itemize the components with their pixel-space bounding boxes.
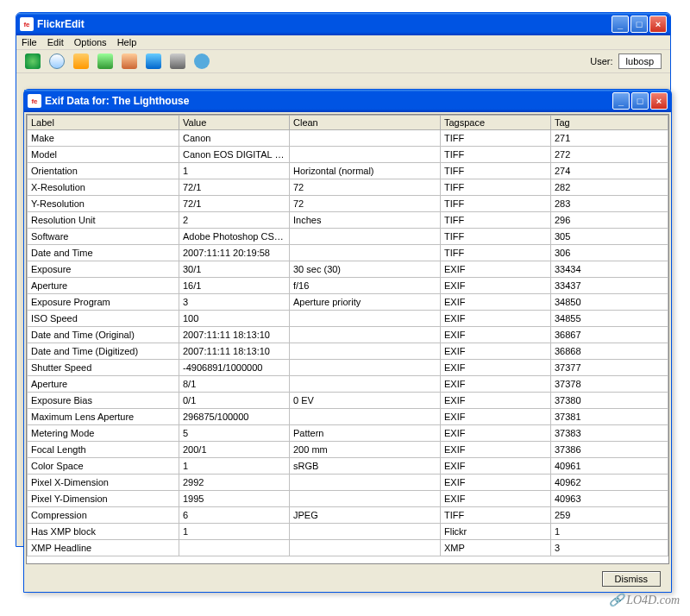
table-row[interactable]: XMP HeadlineXMP3 xyxy=(28,540,668,556)
cell-value: 8/1 xyxy=(179,376,290,393)
user-label: User: xyxy=(590,56,612,66)
cell-clean xyxy=(290,409,441,425)
menu-edit[interactable]: Edit xyxy=(47,37,64,47)
table-row[interactable]: X-Resolution72/172TIFF282 xyxy=(28,179,668,196)
cell-label: Compression xyxy=(28,507,179,524)
maximize-button[interactable]: □ xyxy=(631,92,649,110)
menu-options[interactable]: Options xyxy=(74,37,107,47)
close-button[interactable]: × xyxy=(650,92,668,110)
minimize-button[interactable]: _ xyxy=(612,92,630,110)
cell-tag: 271 xyxy=(551,130,668,147)
table-row[interactable]: Aperture8/1EXIF37378 xyxy=(28,376,668,393)
cell-tagspace: EXIF xyxy=(441,311,551,327)
cell-tag: 3 xyxy=(551,540,668,556)
cell-label: Make xyxy=(28,130,179,147)
cell-value: 6 xyxy=(179,507,290,524)
table-row[interactable]: Color Space1sRGBEXIF40961 xyxy=(28,458,668,475)
col-tagspace[interactable]: Tagspace xyxy=(441,116,551,130)
cell-label: X-Resolution xyxy=(28,179,179,196)
col-value[interactable]: Value xyxy=(179,116,290,130)
table-row[interactable]: Exposure30/130 sec (30)EXIF33434 xyxy=(28,261,668,278)
images-icon[interactable] xyxy=(122,53,137,69)
cell-label: Color Space xyxy=(28,458,179,475)
cell-tagspace: EXIF xyxy=(441,475,551,491)
cell-value: 72/1 xyxy=(179,196,290,212)
table-row[interactable]: Has XMP block1Flickr1 xyxy=(28,524,668,540)
cell-tagspace: TIFF xyxy=(441,163,551,179)
cell-tag: 36868 xyxy=(551,343,668,360)
minimize-button[interactable]: _ xyxy=(612,16,629,33)
cell-value: Canon xyxy=(179,130,290,147)
cell-label: Orientation xyxy=(28,163,179,179)
close-button[interactable]: × xyxy=(649,16,667,33)
help-icon[interactable] xyxy=(194,53,210,69)
cell-label: Metering Mode xyxy=(28,425,179,442)
cell-clean: JPEG xyxy=(290,507,441,524)
cell-value: 1 xyxy=(179,524,290,540)
table-row[interactable]: Maximum Lens Aperture296875/100000EXIF37… xyxy=(28,409,668,425)
cell-tag: 305 xyxy=(551,229,668,245)
table-row[interactable]: Exposure Program3Aperture priorityEXIF34… xyxy=(28,294,668,311)
dialog-titlebar[interactable]: fe Exif Data for: The Lighthouse _ □ × xyxy=(24,90,671,112)
table-row[interactable]: Date and Time2007:11:11 20:19:58TIFF306 xyxy=(28,245,668,261)
table-row[interactable]: Pixel Y-Dimension1995EXIF40963 xyxy=(28,491,668,507)
main-title: FlickrEdit xyxy=(37,18,612,30)
cell-tag: 40963 xyxy=(551,491,668,507)
table-row[interactable]: Date and Time (Original)2007:11:11 18:13… xyxy=(28,327,668,343)
cell-tag: 306 xyxy=(551,245,668,261)
cell-label: Pixel X-Dimension xyxy=(28,475,179,491)
cell-value: -4906891/1000000 xyxy=(179,360,290,376)
photo-icon[interactable] xyxy=(146,53,161,69)
dialog-buttons: Dismiss xyxy=(24,566,671,592)
cell-tag: 33437 xyxy=(551,278,668,294)
refresh-icon[interactable] xyxy=(97,53,113,69)
cell-tag: 34855 xyxy=(551,311,668,327)
cell-label: Exposure xyxy=(28,261,179,278)
exif-table: Label Value Clean Tagspace Tag MakeCanon… xyxy=(27,115,668,556)
table-row[interactable]: Shutter Speed-4906891/1000000EXIF37377 xyxy=(28,360,668,376)
search-icon[interactable] xyxy=(49,53,65,69)
exif-table-wrap[interactable]: Label Value Clean Tagspace Tag MakeCanon… xyxy=(26,114,669,564)
toolbar: User: lubosp xyxy=(16,50,670,73)
table-row[interactable]: Aperture16/1f/16EXIF33437 xyxy=(28,278,668,294)
col-clean[interactable]: Clean xyxy=(290,116,441,130)
cell-value: 5 xyxy=(179,425,290,442)
app-icon: fe xyxy=(28,94,41,108)
cell-tagspace: EXIF xyxy=(441,360,551,376)
maximize-button[interactable]: □ xyxy=(630,16,648,33)
table-row[interactable]: Resolution Unit2InchesTIFF296 xyxy=(28,212,668,229)
col-tag[interactable]: Tag xyxy=(551,116,668,130)
table-row[interactable]: Y-Resolution72/172TIFF283 xyxy=(28,196,668,212)
cell-tagspace: EXIF xyxy=(441,261,551,278)
main-titlebar[interactable]: fe FlickrEdit _ □ × xyxy=(16,13,670,35)
table-row[interactable]: ModelCanon EOS DIGITAL R...TIFF272 xyxy=(28,147,668,163)
cell-tag: 36867 xyxy=(551,327,668,343)
cell-tagspace: EXIF xyxy=(441,425,551,442)
table-row[interactable]: Date and Time (Digitized)2007:11:11 18:1… xyxy=(28,343,668,360)
globe-icon[interactable] xyxy=(25,53,41,69)
cell-clean: 72 xyxy=(290,179,441,196)
col-label[interactable]: Label xyxy=(28,116,179,130)
print-icon[interactable] xyxy=(170,53,185,69)
cell-tagspace: TIFF xyxy=(441,245,551,261)
edit-icon[interactable] xyxy=(73,53,89,69)
table-row[interactable]: Compression6JPEGTIFF259 xyxy=(28,507,668,524)
dismiss-button[interactable]: Dismiss xyxy=(602,571,662,587)
user-value[interactable]: lubosp xyxy=(618,53,662,69)
table-row[interactable]: SoftwareAdobe Photoshop CS3 ...TIFF305 xyxy=(28,229,668,245)
cell-tagspace: EXIF xyxy=(441,376,551,393)
table-row[interactable]: ISO Speed100EXIF34855 xyxy=(28,311,668,327)
cell-tagspace: EXIF xyxy=(441,343,551,360)
cell-tagspace: Flickr xyxy=(441,524,551,540)
menu-help[interactable]: Help xyxy=(117,37,137,47)
cell-clean xyxy=(290,475,441,491)
menu-file[interactable]: File xyxy=(22,37,37,47)
table-row[interactable]: Metering Mode5PatternEXIF37383 xyxy=(28,425,668,442)
table-row[interactable]: Pixel X-Dimension2992EXIF40962 xyxy=(28,475,668,491)
table-row[interactable]: Focal Length200/1200 mmEXIF37386 xyxy=(28,442,668,458)
cell-tag: 40961 xyxy=(551,458,668,475)
table-row[interactable]: Exposure Bias0/10 EVEXIF37380 xyxy=(28,393,668,409)
table-row[interactable]: Orientation1Horizontal (normal)TIFF274 xyxy=(28,163,668,179)
table-row[interactable]: MakeCanonTIFF271 xyxy=(28,130,668,147)
cell-clean xyxy=(290,130,441,147)
